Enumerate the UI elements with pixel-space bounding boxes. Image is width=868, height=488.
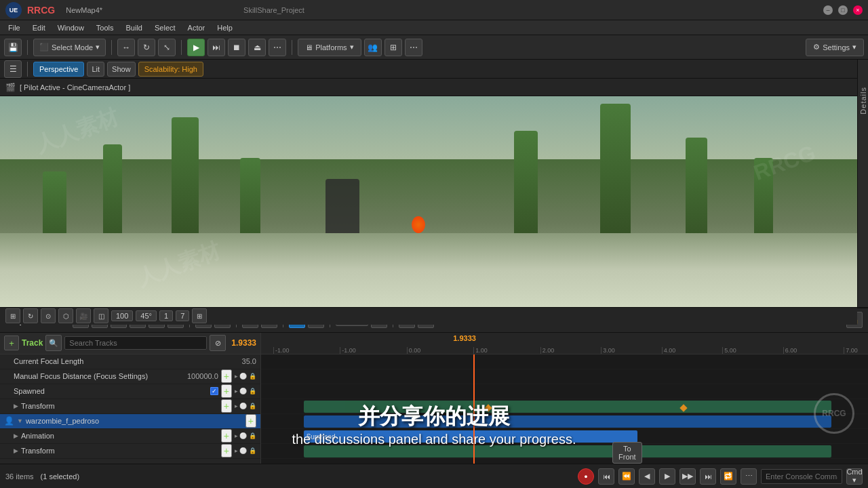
separator-3 [181,40,182,55]
prev-frame-button[interactable]: ⏪ To Front [618,468,635,485]
save-button[interactable]: 💾 [4,39,22,56]
transform2-arrow[interactable]: ▶ [14,447,18,454]
grid-view-button[interactable]: ⊞ [5,308,20,323]
show-button[interactable]: Show [107,62,136,77]
ruler-mark-5: 3.00 [601,347,615,354]
playhead[interactable] [473,354,475,464]
cmd-button[interactable]: Cmd ▾ [846,468,863,485]
selected-count-label: (1 selected) [41,472,79,481]
overlay-button[interactable]: ◫ [94,308,108,323]
step-back-button[interactable]: ◀ [639,468,655,485]
viewport-options-button[interactable]: ☰ [4,60,22,78]
menu-build[interactable]: Build [121,22,148,33]
menu-actor[interactable]: Actor [182,22,211,33]
transform1-add-button[interactable]: + [221,399,232,413]
track-search-icon[interactable]: 🔍 [45,335,62,351]
camera-speed-button[interactable]: 🎥 [76,308,91,323]
ruler-mark-2: 0.00 [407,347,421,354]
magnet-button[interactable]: ⊙ [41,308,56,323]
separator-2 [111,40,112,55]
spawned-add-button[interactable]: + [221,384,232,398]
menu-select[interactable]: Select [149,22,181,33]
rotate-button[interactable]: ↻ [138,39,155,56]
scalability-label: Scalability: High [144,65,197,73]
timeline-bar-warzombie[interactable] [304,415,832,428]
details-tab[interactable]: Details [859,87,867,115]
settings-button[interactable]: ⚙ Settings ▾ [806,39,864,56]
scene-ground [0,233,857,307]
timeline-row-animation: Surprised [261,429,868,444]
more-play-button[interactable]: ⋯ [269,39,286,56]
focal-length-value: 35.0 [242,357,256,365]
menu-help[interactable]: Help [212,22,238,33]
tab-name[interactable]: NewMap4* [66,6,102,14]
focus-distance-label: Manual Focus Distance (Focus Settings) [14,372,184,380]
perspective-label: Perspective [39,65,78,73]
track-search-input[interactable] [64,336,207,350]
transform2-label: Transform [21,447,218,455]
track-item-animation: ▶ Animation + ▸ ⚪ 🔒 [0,429,260,444]
select-mode-button[interactable]: ⬛ Select Mode ▾ [33,39,106,56]
focus-add-button[interactable]: + [221,369,232,383]
minimize-button[interactable]: – [823,5,833,15]
grid-toggle-button[interactable]: ⊞ [192,308,207,323]
source-button[interactable]: ⊞ [384,39,402,56]
platform-icon: 🖥 [305,43,313,52]
scalability-button[interactable]: Scalability: High [138,62,203,77]
pb-more-button[interactable]: ⋯ [741,468,757,485]
ruler-mark-7: 5.00 [722,347,736,354]
play-skip-button[interactable]: ⏭ [208,39,225,56]
timeline-bar-transform1[interactable] [304,401,832,413]
fov-value: 100 [111,310,133,321]
scale-button[interactable]: ⤡ [158,39,176,56]
warzombie-add-button[interactable]: + [245,414,256,428]
ruler-mark-8: 6.00 [783,347,797,354]
misc-button[interactable]: ⋯ [405,39,422,56]
rotate-view-button[interactable]: ↻ [23,308,38,323]
timeline-bar-animation[interactable]: Surprised [304,430,637,443]
maximize-button[interactable]: □ [838,5,848,15]
animation-arrow[interactable]: ▶ [14,432,18,439]
track-item-focal-length: Current Focal Length 35.0 [0,354,260,369]
close-button[interactable]: × [853,5,863,15]
users-button[interactable]: 👥 [364,39,382,56]
transform1-label: Transform [21,402,218,410]
viewport-image[interactable]: 人人素材 RRCG 人人素材 [0,96,857,307]
skip-start-button[interactable]: ⏮ [598,468,614,485]
timeline-row-focus-distance [261,369,868,384]
show-label: Show [112,65,131,73]
perspective-button[interactable]: Perspective [33,62,84,77]
skip-end-button[interactable]: ⏭ [700,468,716,485]
spawned-checkbox[interactable]: ✓ [210,387,218,395]
focus-distance-value: 100000.0 [187,372,218,380]
warzombie-arrow[interactable]: ▼ [17,418,23,424]
track-item-spawned: Spawned ✓ + ▸ ⚪ 🔒 [0,384,260,399]
playback-bar: 36 items (1 selected) ● ⏮ ⏪ To Front ◀ ▶… [0,464,868,488]
surface-button[interactable]: ⬡ [58,308,73,323]
track-list: + Track 🔍 ⊘ 1.9333 Current Focal Length … [0,333,261,464]
play-button[interactable]: ▶ [187,39,205,56]
translate-button[interactable]: ↔ [117,39,135,56]
animation-add-button[interactable]: + [221,429,232,443]
loop-button[interactable]: 🔁 [720,468,736,485]
track-filter-button[interactable]: ⊘ [210,335,226,351]
console-command-input[interactable] [761,469,842,484]
title-controls: – □ × [823,5,863,15]
timeline-bar-transform2[interactable] [304,445,832,458]
eject-button[interactable]: ⏏ [248,39,266,56]
transform1-arrow[interactable]: ▶ [14,403,18,409]
menu-window[interactable]: Window [52,22,90,33]
play-pb-button[interactable]: ▶ [659,468,675,485]
track-add-button[interactable]: + [4,336,19,350]
menu-edit[interactable]: Edit [27,22,51,33]
transform2-add-button[interactable]: + [221,444,232,458]
step-fwd-button[interactable]: ▶▶ [679,468,696,485]
platforms-button[interactable]: 🖥 Platforms ▾ [298,39,361,56]
menu-file[interactable]: File [3,22,26,33]
menu-tools[interactable]: Tools [91,22,119,33]
stop-button[interactable]: ⏹ [228,39,245,56]
record-button[interactable]: ● [578,468,594,485]
track-item-warzombie[interactable]: 👤 ▼ warzombie_f_pedroso + [0,414,260,429]
timeline-ruler[interactable]: 1.9333 -1.00 -1.00 0.00 1.00 2.00 3.00 4… [261,333,868,354]
lit-button[interactable]: Lit [87,62,104,77]
